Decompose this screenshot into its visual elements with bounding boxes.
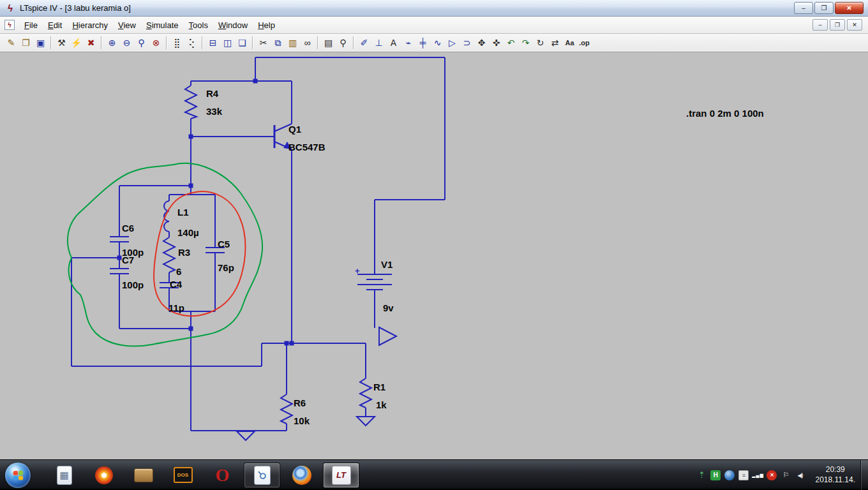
label-Q1-ref[interactable]: Q1 bbox=[288, 124, 301, 135]
taskbar-app-firefox[interactable] bbox=[283, 463, 320, 488]
label-V1-ref[interactable]: V1 bbox=[381, 259, 393, 270]
error-status-icon[interactable]: ✕ bbox=[767, 470, 777, 480]
show-desktop-button[interactable] bbox=[860, 460, 868, 490]
label-C4-ref[interactable]: C4 bbox=[170, 279, 183, 290]
menu-edit[interactable]: Edit bbox=[43, 19, 67, 32]
menu-tools[interactable]: Tools bbox=[184, 19, 213, 32]
zoom-full-extents-icon[interactable]: ⚲ bbox=[134, 36, 149, 50]
voltage-source-V1[interactable] bbox=[357, 274, 392, 290]
cascade-windows-icon[interactable]: ❏ bbox=[235, 36, 250, 50]
menu-file[interactable]: File bbox=[19, 19, 43, 32]
run-simulation-icon[interactable]: ⚡ bbox=[69, 36, 84, 50]
zoom-reset-icon[interactable]: ⊗ bbox=[149, 36, 163, 50]
label-Q1-value[interactable]: BC547B bbox=[288, 142, 326, 152]
place-inductor-icon[interactable]: ∿ bbox=[430, 36, 445, 50]
close-button[interactable]: ✕ bbox=[835, 2, 864, 14]
notes-app-icon[interactable]: ≡ bbox=[738, 470, 749, 480]
label-V1-value[interactable]: 9v bbox=[383, 302, 394, 313]
print-icon[interactable]: ▤ bbox=[321, 36, 336, 50]
taskbar-app-opera[interactable]: O bbox=[204, 463, 241, 488]
resistor-R6[interactable] bbox=[281, 394, 292, 424]
drag-icon[interactable]: ✜ bbox=[489, 36, 504, 50]
menu-view[interactable]: View bbox=[113, 19, 141, 32]
mirror-icon[interactable]: ⇄ bbox=[548, 36, 562, 50]
wire-net[interactable] bbox=[71, 57, 445, 431]
move-icon[interactable]: ✥ bbox=[474, 36, 489, 50]
taskbar-app-image-viewer[interactable] bbox=[86, 463, 122, 488]
usb-device-icon[interactable]: ⇡ bbox=[696, 470, 707, 480]
start-button[interactable] bbox=[5, 463, 31, 488]
halt-simulation-icon[interactable]: ✖ bbox=[84, 36, 98, 50]
net-label-icon[interactable]: A bbox=[386, 36, 401, 50]
paste-icon[interactable]: ▥ bbox=[285, 36, 300, 50]
label-R4-value[interactable]: 33k bbox=[206, 106, 223, 117]
schematic-document-icon[interactable]: ϟ bbox=[4, 20, 15, 30]
control-panel-icon[interactable]: ⚒ bbox=[54, 36, 69, 50]
taskbar-app-ltspice[interactable]: LT bbox=[323, 463, 359, 488]
zoom-in-icon[interactable]: ⊕ bbox=[105, 36, 119, 50]
mdi-minimize-button[interactable]: – bbox=[812, 19, 828, 31]
label-C6-ref[interactable]: C6 bbox=[122, 223, 134, 234]
menu-hierarchy[interactable]: Hierarchy bbox=[67, 19, 113, 32]
find-icon[interactable]: ∞ bbox=[300, 36, 315, 50]
disk-monitor-icon[interactable]: H bbox=[710, 470, 721, 480]
tile-vertical-icon[interactable]: ◫ bbox=[220, 36, 235, 50]
redo-icon[interactable]: ↷ bbox=[518, 36, 533, 50]
label-L1-value[interactable]: 140µ bbox=[177, 227, 199, 238]
place-ground-icon[interactable]: ⊥ bbox=[371, 36, 386, 50]
volume-icon[interactable]: ◀) bbox=[795, 470, 805, 480]
taskbar-app-file-manager[interactable] bbox=[125, 463, 161, 488]
label-R1-value[interactable]: 1k bbox=[376, 399, 387, 410]
taskbar-clock[interactable]: 20:39 2018.11.14. bbox=[815, 465, 855, 485]
maximize-button[interactable]: ❐ bbox=[814, 2, 834, 14]
new-schematic-icon[interactable]: ✎ bbox=[4, 36, 19, 50]
label-L1-ref[interactable]: L1 bbox=[177, 207, 189, 218]
place-capacitor-icon[interactable]: ╪ bbox=[415, 36, 430, 50]
draw-wire-icon[interactable]: ✐ bbox=[357, 36, 371, 50]
action-center-icon[interactable]: ⚐ bbox=[781, 470, 791, 480]
place-resistor-icon[interactable]: ⌁ bbox=[401, 36, 415, 50]
blue-app-icon[interactable] bbox=[724, 470, 735, 480]
taskbar-app-search-tool[interactable]: ⚲ bbox=[244, 463, 280, 488]
mdi-restore-button[interactable]: ❐ bbox=[830, 19, 845, 31]
menu-help[interactable]: Help bbox=[253, 19, 280, 32]
snap-to-grid-icon[interactable]: ⢕ bbox=[184, 36, 199, 50]
label-R1-ref[interactable]: R1 bbox=[373, 382, 385, 392]
capacitor-C6[interactable] bbox=[110, 237, 129, 242]
place-diode-icon[interactable]: ▷ bbox=[445, 36, 460, 50]
menu-simulate[interactable]: Simulate bbox=[141, 19, 184, 32]
label-C7-value[interactable]: 100p bbox=[122, 279, 144, 290]
cut-icon[interactable]: ✂ bbox=[256, 36, 271, 50]
taskbar-app-dosbox[interactable]: DOS bbox=[165, 463, 201, 488]
label-R3-value[interactable]: 6 bbox=[176, 266, 181, 277]
open-file-icon[interactable]: ❐ bbox=[19, 36, 33, 50]
network-signal-icon[interactable]: ▂▄▆ bbox=[752, 470, 763, 480]
schematic-area[interactable]: + R bbox=[0, 52, 868, 459]
capacitor-C7[interactable] bbox=[110, 269, 129, 274]
label-C4-value[interactable]: 11p bbox=[168, 302, 184, 313]
resistor-R1[interactable] bbox=[360, 378, 371, 408]
label-C5-value[interactable]: 76p bbox=[218, 262, 234, 273]
add-text-icon[interactable]: Aa bbox=[562, 36, 577, 50]
resistor-R4[interactable] bbox=[185, 81, 197, 119]
rotate-icon[interactable]: ↻ bbox=[533, 36, 548, 50]
show-grid-icon[interactable]: ⣿ bbox=[170, 36, 184, 50]
label-C5-ref[interactable]: C5 bbox=[218, 239, 230, 249]
spice-directive-icon[interactable]: .op bbox=[577, 36, 592, 50]
schematic-canvas[interactable]: + R bbox=[0, 52, 868, 459]
place-component-icon[interactable]: ⊃ bbox=[460, 36, 474, 50]
ground-symbols[interactable] bbox=[237, 327, 396, 440]
undo-icon[interactable]: ↶ bbox=[504, 36, 518, 50]
label-R4-ref[interactable]: R4 bbox=[206, 88, 219, 99]
label-R3-ref[interactable]: R3 bbox=[178, 247, 190, 258]
zoom-out-icon[interactable]: ⊖ bbox=[119, 36, 134, 50]
save-icon[interactable]: ▣ bbox=[33, 36, 48, 50]
label-R6-ref[interactable]: R6 bbox=[294, 397, 306, 408]
resistor-R3[interactable] bbox=[163, 237, 175, 272]
mdi-close-button[interactable]: ✕ bbox=[847, 19, 862, 31]
taskbar-app-calculator[interactable]: ▦ bbox=[46, 463, 82, 488]
copy-icon[interactable]: ⧉ bbox=[271, 36, 285, 50]
minimize-button[interactable]: – bbox=[794, 2, 813, 14]
menu-window[interactable]: Window bbox=[213, 19, 253, 32]
spice-directive-text[interactable]: .tran 0 2m 0 100n bbox=[686, 108, 764, 119]
